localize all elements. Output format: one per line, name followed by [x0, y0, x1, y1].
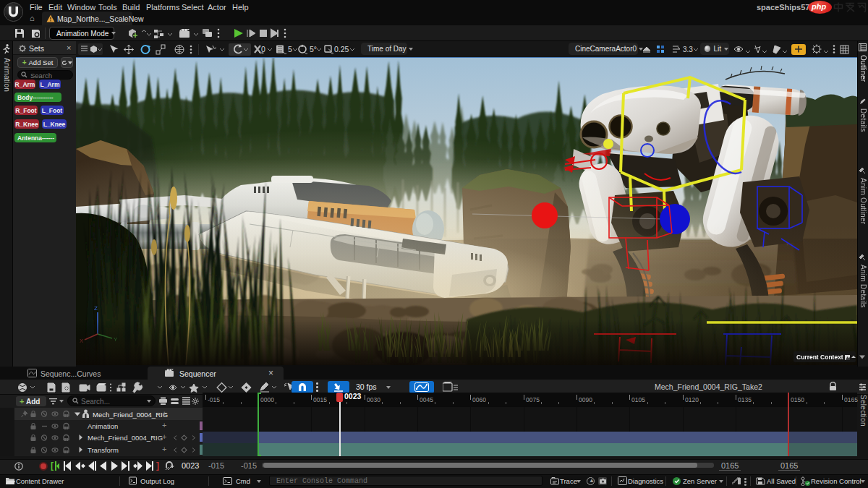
- svg-text:Z: Z: [94, 305, 98, 312]
- svg-text:5: 5: [288, 45, 292, 53]
- svg-text:0.25: 0.25: [334, 45, 349, 53]
- svg-text:3.3: 3.3: [683, 46, 693, 53]
- svg-text:5°: 5°: [310, 45, 317, 53]
- svg-text:0: 0: [261, 45, 265, 53]
